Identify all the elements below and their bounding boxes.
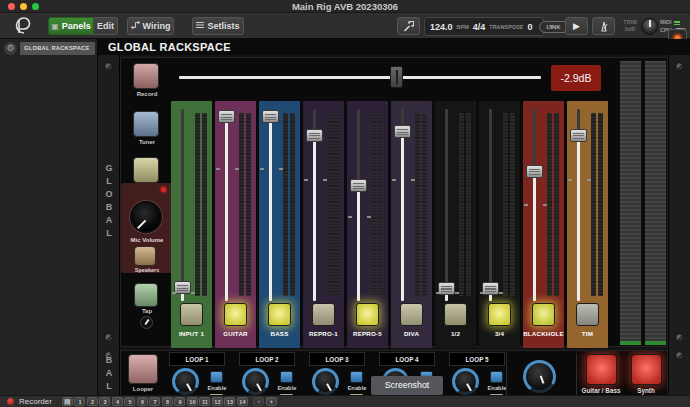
metronome-icon [599,21,609,32]
fader-handle[interactable] [394,125,411,138]
gig-performer-logo-icon [8,15,34,40]
loop-enable-button[interactable] [210,371,223,383]
channel-mute-button[interactable] [488,303,511,326]
fader-handle[interactable] [262,110,279,123]
fader-handle[interactable] [218,110,235,123]
fader-handle[interactable] [174,281,191,294]
tune-button[interactable] [397,17,420,35]
page-prev-button[interactable]: ‹ [253,397,264,406]
channel-label: REPRO-5 [347,330,388,337]
play-icon: ▶ [573,21,580,31]
channel-mute-button[interactable] [356,303,379,326]
fader-handle[interactable] [350,179,367,192]
page-home-button[interactable]: ▤ [62,397,73,406]
screw-icon [675,333,684,342]
master-slider-handle[interactable] [390,66,403,88]
fader-handle[interactable] [306,129,323,142]
tim-mix-button[interactable] [133,157,159,183]
rack-view: GLOBAL BAL Record Tuner Tim Mix Mic Volu… [98,55,690,395]
panels-icon: ▣ [51,22,59,31]
page-button-11[interactable]: 11 [199,397,210,406]
screw-icon [104,62,113,71]
loop-volume-knob[interactable] [452,368,479,395]
looper-volume-knob[interactable] [523,360,556,393]
master-trim-knob[interactable] [641,18,658,35]
looper-label: Looper [120,386,169,392]
fader-handle[interactable] [482,282,499,295]
metronome-button[interactable] [592,17,615,35]
level-meter [378,113,383,296]
recorder-label[interactable]: Recorder [19,397,52,406]
channel-mute-button[interactable] [576,303,599,326]
screw-icon [675,351,684,360]
synth-button[interactable] [631,354,662,385]
page-button-3[interactable]: 3 [99,397,110,406]
tab-panels[interactable]: ▣ Panels [48,17,94,35]
record-label: Record [121,91,173,97]
fader-track [533,109,536,301]
loop-name-box: LOOP 2 [239,352,295,366]
channel-mute-button[interactable] [532,303,555,326]
channel-mute-button[interactable] [312,303,335,326]
master-slider-track[interactable] [179,76,541,79]
channel-mute-button[interactable] [180,303,203,326]
tap-tempo-button[interactable] [134,283,158,307]
channel-label: INPUT 1 [171,330,212,337]
loop-volume-knob[interactable] [242,368,269,395]
loop-volume-knob[interactable] [312,368,339,395]
fader-handle[interactable] [526,165,543,178]
play-button[interactable]: ▶ [565,17,588,35]
page-button-4[interactable]: 4 [112,397,123,406]
page-button-13[interactable]: 13 [224,397,235,406]
page-button-9[interactable]: 9 [174,397,185,406]
chevron-down-icon[interactable]: ▾ [549,22,553,31]
record-button[interactable] [133,63,159,89]
loop-volume-knob[interactable] [172,368,199,395]
channel-mute-button[interactable] [224,303,247,326]
page-button-5[interactable]: 5 [124,397,135,406]
channel-mute-button[interactable] [444,303,467,326]
page-button-14[interactable]: 14 [237,397,248,406]
looper-button[interactable] [128,354,158,384]
mic-led-indicator [161,187,166,192]
tempo-display[interactable]: 124.0 BPM 4/4 TRANSPOSE 0 LINK [424,17,544,36]
level-meter [459,113,464,296]
page-button-2[interactable]: 2 [87,397,98,406]
guitar-bass-button[interactable] [586,354,617,385]
channel-label: BLACKHOLE [523,330,564,337]
channel-strip-blackhole: BLACKHOLE [523,101,564,348]
page-button-1[interactable]: 1 [74,397,85,406]
page-button-7[interactable]: 7 [149,397,160,406]
level-meter [415,113,420,296]
tuner-button[interactable] [133,111,159,137]
gear-icon[interactable]: ⚙ [4,42,17,55]
page-button-8[interactable]: 8 [162,397,173,406]
time-signature: 4/4 [473,22,486,32]
fader-track [181,109,184,301]
page-button-6[interactable]: 6 [137,397,148,406]
page-next-button[interactable]: › [266,397,277,406]
tab-wiring[interactable]: Wiring [127,17,174,35]
tab-edit[interactable]: Edit [94,17,118,35]
fader-handle[interactable] [438,282,455,295]
page-button-10[interactable]: 10 [187,397,198,406]
level-meter [290,113,295,296]
page-button-12[interactable]: 12 [212,397,223,406]
speakers-button[interactable] [134,246,156,266]
channel-label: GUITAR [215,330,256,337]
channel-mute-button[interactable] [268,303,291,326]
channel-strip-12: 1/2 [435,101,476,348]
level-meter [422,113,427,296]
fader-handle[interactable] [570,129,587,142]
screw-icon [104,333,113,342]
channel-mute-button[interactable] [400,303,423,326]
fader-track [225,109,228,301]
loop-enable-button[interactable] [280,371,293,383]
master-gain-display: -2.9dB [551,65,601,91]
channel-label: REPRO-1 [303,330,344,337]
loop-enable-button[interactable] [490,371,503,383]
mic-volume-knob[interactable] [130,201,162,233]
loop-enable-button[interactable] [350,371,363,383]
sidebar-item-global-rackspace[interactable]: GLOBAL RACKSPACE [20,42,95,55]
tab-setlists[interactable]: Setlists [192,17,244,35]
